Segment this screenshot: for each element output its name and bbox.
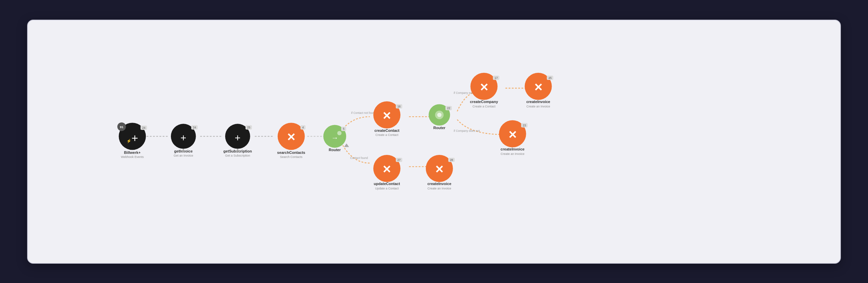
svg-text:22: 22 <box>447 106 450 110</box>
node-create-invoice-mid[interactable]: ✕ createInvoice Create an Invoice 23 <box>499 120 528 155</box>
search-contacts-sublabel: Search Contacts <box>280 155 303 159</box>
billwerk-label: Billwerk+ <box>124 150 141 154</box>
router1-label: Router <box>329 148 341 152</box>
svg-text:23: 23 <box>523 123 526 127</box>
svg-text:✕: ✕ <box>508 128 517 141</box>
svg-text:if Company does not: if Company does not <box>454 129 480 132</box>
svg-text:17: 17 <box>495 76 498 79</box>
node-billwerk[interactable]: 91 + ⚡ Billwerk+ Webhook Events 24 <box>117 122 147 159</box>
svg-text:+: + <box>235 132 240 143</box>
svg-marker-7 <box>344 143 349 147</box>
node-create-invoice-top[interactable]: ✕ createInvoice Create an Invoice 45 <box>525 73 553 108</box>
create-contact-sublabel: Create a Contact <box>375 133 398 137</box>
svg-text:+: + <box>180 132 186 143</box>
get-invoice-sublabel: Get an Invoice <box>174 154 193 157</box>
node-router-2[interactable]: Router 22 <box>429 104 452 130</box>
svg-text:if Contact not found: if Contact not found <box>351 111 376 114</box>
create-company-label: createCompany <box>470 100 498 104</box>
create-contact-label: createContact <box>374 128 399 132</box>
svg-text:91: 91 <box>120 125 123 128</box>
create-invoice-top-sublabel: Create an Invoice <box>526 104 550 108</box>
svg-text:45: 45 <box>549 76 552 79</box>
billwerk-sublabel: Webhook Events <box>121 155 144 159</box>
workflow-area[interactable]: if Contact not found Contact found if Co… <box>28 20 840 263</box>
update-contact-sublabel: Update a Contact <box>375 187 399 190</box>
node-create-contact[interactable]: ✕ createContact Create a Contact 16 <box>373 101 402 137</box>
update-contact-label: updateContact <box>374 182 400 186</box>
router2-label: Router <box>433 126 446 130</box>
search-contacts-label: searchContacts <box>277 150 305 154</box>
node-get-invoice[interactable]: + getInvoice Get an Invoice 24 <box>171 124 198 157</box>
svg-text:+: + <box>132 132 138 144</box>
svg-text:16: 16 <box>397 104 401 108</box>
svg-point-36 <box>337 131 342 135</box>
svg-text:✕: ✕ <box>534 81 543 93</box>
create-invoice-bot-label: createInvoice <box>427 182 451 186</box>
node-create-company[interactable]: ✕ createCompany Create a Contact 17 <box>470 73 499 108</box>
svg-text:28: 28 <box>450 158 453 161</box>
node-router-1[interactable]: → Router 5 <box>323 125 346 152</box>
svg-text:27: 27 <box>397 158 401 161</box>
node-update-contact[interactable]: ✕ updateContact Update a Contact 27 <box>373 155 402 190</box>
node-get-subscription[interactable]: + getSubscription Get a Subscription 25 <box>223 124 252 157</box>
get-subscription-sublabel: Get a Subscription <box>225 154 250 157</box>
svg-text:25: 25 <box>247 126 251 129</box>
svg-text:4: 4 <box>302 126 304 129</box>
svg-text:5: 5 <box>343 127 344 130</box>
svg-text:✕: ✕ <box>287 131 296 143</box>
create-invoice-mid-sublabel: Create an Invoice <box>501 152 525 155</box>
svg-text:24: 24 <box>142 126 145 129</box>
svg-text:→: → <box>331 134 338 141</box>
node-create-invoice-bot[interactable]: ✕ createInvoice Create an Invoice 28 <box>426 155 455 190</box>
create-company-sublabel: Create a Contact <box>473 104 496 108</box>
svg-text:✕: ✕ <box>479 81 489 93</box>
svg-text:✕: ✕ <box>382 163 392 176</box>
create-invoice-bot-sublabel: Create an Invoice <box>428 187 451 190</box>
create-invoice-mid-label: createInvoice <box>500 147 525 151</box>
svg-text:24: 24 <box>193 126 196 129</box>
svg-text:✕: ✕ <box>435 163 444 176</box>
workflow-canvas: if Contact not found Contact found if Co… <box>27 20 841 264</box>
svg-point-45 <box>437 113 441 117</box>
svg-text:Contact found: Contact found <box>350 156 368 159</box>
create-invoice-top-label: createInvoice <box>526 100 550 104</box>
svg-text:✕: ✕ <box>382 110 392 122</box>
node-search-contacts[interactable]: ✕ searchContacts Search Contacts 4 <box>277 123 305 159</box>
svg-text:⚡: ⚡ <box>126 139 132 143</box>
